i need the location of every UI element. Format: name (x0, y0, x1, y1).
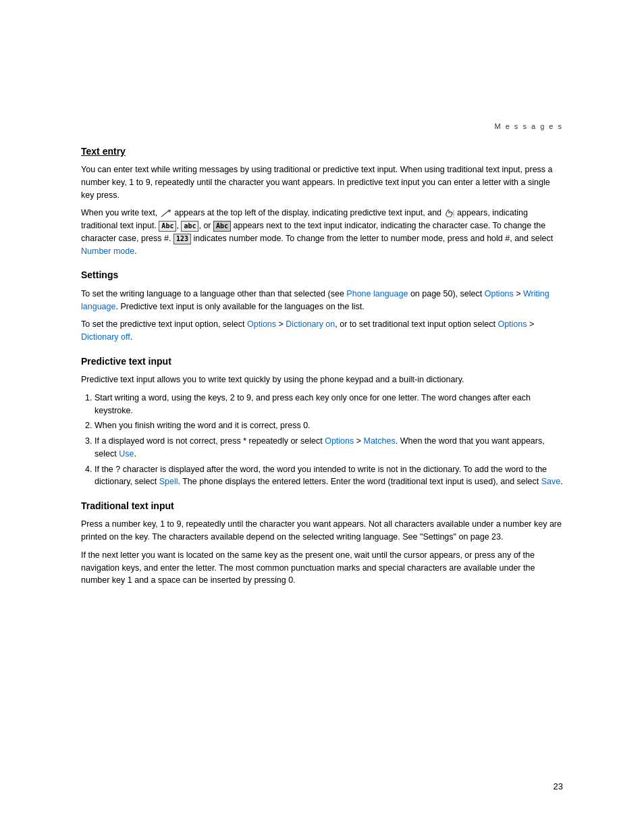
list-item: If a displayed word is not correct, pres… (95, 435, 563, 461)
settings-section: Settings To set the writing language to … (81, 268, 563, 343)
spell-link[interactable]: Spell (159, 477, 178, 486)
settings-para1: To set the writing language to a languag… (81, 288, 563, 313)
settings-para2: To set the predictive text input option,… (81, 318, 563, 344)
text-entry-para2-period: . (134, 246, 136, 256)
list-item-4-suffix: . (560, 477, 562, 486)
save-link[interactable]: Save (541, 477, 561, 486)
list-item-2-text: When you finish writing the word and it … (95, 421, 311, 430)
page-header: M e s s a g e s (81, 122, 563, 132)
traditional-para1: Press a number key, 1 to 9, repeatedly u… (81, 518, 563, 544)
settings-para2-period: . (130, 332, 132, 342)
predictive-heading: Predictive text input (81, 355, 563, 368)
page-number: 23 (554, 781, 563, 793)
predictive-list: Start writing a word, using the keys, 2 … (95, 392, 563, 488)
settings-para1-link1-suffix: on page 50), select (410, 289, 482, 298)
options-link-3[interactable]: Options (498, 319, 527, 329)
settings-para1-suffix: . Predictive text input is only availabl… (115, 302, 364, 311)
options-link-1[interactable]: Options (485, 289, 514, 298)
text-entry-para2-prefix: When you write text, (81, 208, 157, 217)
settings-heading: Settings (81, 268, 563, 282)
phone-language-link[interactable]: Phone language (346, 289, 408, 298)
options-link-4[interactable]: Options (325, 436, 354, 446)
list-item: If the ? character is displayed after th… (95, 463, 563, 489)
options-link-2[interactable]: Options (247, 319, 276, 329)
text-entry-para2-middle1: appears at the top left of the display, … (174, 208, 441, 217)
list-item: Start writing a word, using the keys, 2 … (95, 392, 563, 417)
text-entry-section: Text entry You can enter text while writ… (81, 145, 563, 258)
text-entry-heading: Text entry (81, 145, 563, 158)
traditional-mode-icon (444, 209, 455, 218)
predictive-mode-icon (160, 209, 172, 218)
settings-para2-middle: , or to set traditional text input optio… (335, 319, 495, 329)
list-item-3-prefix: If a displayed word is not correct, pres… (95, 436, 323, 446)
dictionary-on-link[interactable]: Dictionary on (286, 319, 335, 329)
settings-para2-prefix: To set the predictive text input option,… (81, 319, 245, 329)
number-mode-link[interactable]: Number mode (81, 246, 134, 256)
traditional-para2: If the next letter you want is located o… (81, 549, 563, 587)
icon-abc-upper: Abc (159, 221, 176, 232)
matches-link[interactable]: Matches (364, 436, 396, 446)
settings-para1-prefix: To set the writing language to a languag… (81, 289, 344, 298)
use-link[interactable]: Use (119, 449, 134, 459)
dictionary-off-link[interactable]: Dictionary off (81, 332, 130, 342)
predictive-para1: Predictive text input allows you to writ… (81, 373, 563, 386)
list-item-1-text: Start writing a word, using the keys, 2 … (95, 393, 531, 415)
traditional-section: Traditional text input Press a number ke… (81, 499, 563, 587)
icon-abc-variant: Abc (213, 221, 231, 232)
icon-abc-lower: abc (181, 221, 198, 232)
list-item-4-middle: . The phone displays the entered letters… (178, 477, 539, 486)
list-item-3-suffix: . (134, 449, 136, 459)
icon-123: 123 (173, 234, 191, 244)
text-entry-para2-end1: indicates number mode. To change from th… (193, 234, 553, 243)
predictive-section: Predictive text input Predictive text in… (81, 355, 563, 488)
text-entry-para1: You can enter text while writing message… (81, 163, 563, 201)
list-item: When you finish writing the word and it … (95, 419, 563, 432)
text-entry-para2: When you write text, appears at the top … (81, 207, 563, 257)
traditional-heading: Traditional text input (81, 499, 563, 513)
page: M e s s a g e s Text entry You can enter… (0, 0, 644, 834)
svg-line-0 (161, 210, 169, 217)
